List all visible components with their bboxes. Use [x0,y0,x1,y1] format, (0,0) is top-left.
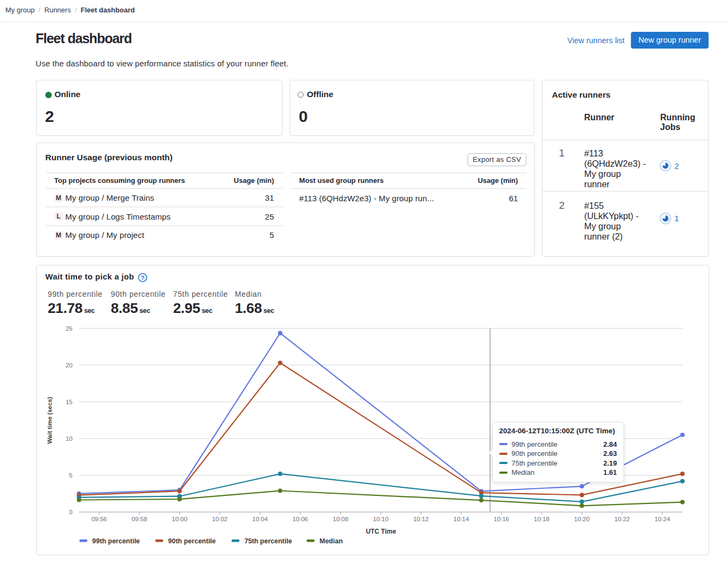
svg-text:10:00: 10:00 [171,516,187,522]
svg-text:0: 0 [69,509,72,515]
svg-text:99th percentile: 99th percentile [92,537,140,545]
svg-text:10:12: 10:12 [413,516,429,522]
svg-text:10:20: 10:20 [574,516,589,522]
svg-text:09:56: 09:56 [91,516,107,522]
svg-text:10:24: 10:24 [654,516,670,522]
svg-text:5: 5 [69,472,72,479]
svg-text:10:14: 10:14 [453,516,469,522]
svg-text:90th percentile: 90th percentile [168,537,215,545]
svg-text:10: 10 [65,435,72,442]
svg-text:10:18: 10:18 [534,516,550,522]
svg-text:10:08: 10:08 [333,516,348,522]
svg-text:10:10: 10:10 [373,516,388,522]
svg-text:10:04: 10:04 [252,516,267,522]
svg-text:Median: Median [319,537,342,545]
svg-text:09:58: 09:58 [132,516,147,522]
svg-text:?: ? [141,274,145,281]
svg-text:UTC Time: UTC Time [366,528,396,535]
svg-text:10:16: 10:16 [493,516,509,522]
svg-text:10:02: 10:02 [212,516,228,522]
svg-text:75th percentile: 75th percentile [244,537,292,545]
svg-text:10:06: 10:06 [292,516,308,522]
svg-text:10:22: 10:22 [614,516,630,522]
svg-text:15: 15 [65,399,72,405]
svg-text:Wait time (secs): Wait time (secs) [46,397,52,444]
svg-text:20: 20 [65,362,72,369]
svg-text:25: 25 [65,325,72,332]
